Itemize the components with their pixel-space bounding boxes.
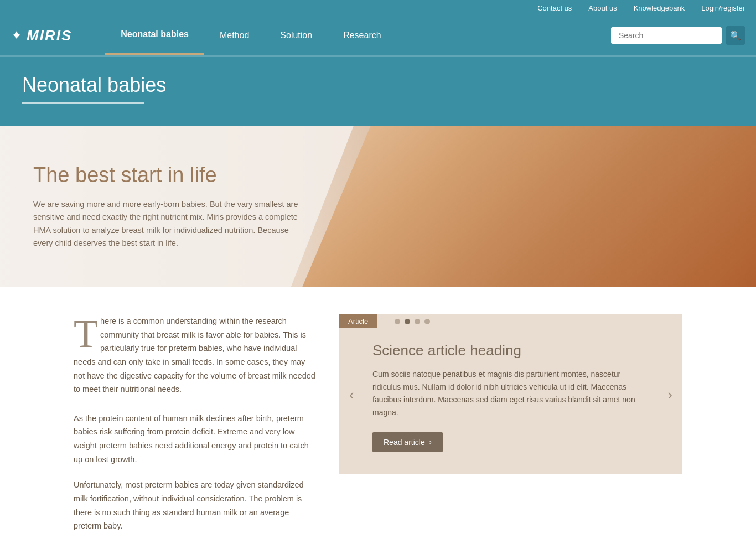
- chevron-right-icon: ›: [429, 438, 432, 446]
- text-column: T here is a common understanding within …: [74, 314, 317, 545]
- article-heading: Science article heading: [372, 342, 649, 359]
- article-card-container: Article ‹ Science article heading Cum so…: [339, 314, 682, 545]
- dot-1[interactable]: [395, 319, 400, 324]
- dot-2[interactable]: [405, 319, 410, 324]
- main-content: T here is a common understanding within …: [74, 287, 682, 549]
- contact-us-link[interactable]: Contact us: [537, 4, 572, 12]
- hero-text: We are saving more and more early-born b…: [33, 198, 299, 250]
- hero-image: [302, 126, 756, 287]
- nav-solution[interactable]: Solution: [265, 15, 328, 55]
- next-button[interactable]: ›: [662, 380, 678, 408]
- hero-section: The best start in life We are saving mor…: [0, 126, 756, 287]
- body-paragraph-3: Unfortunately, most preterm babies are t…: [74, 478, 317, 533]
- hero-title: The best start in life: [33, 163, 299, 187]
- hero-content: The best start in life We are saving mor…: [0, 141, 332, 272]
- logo-icon: ✦: [11, 28, 22, 43]
- search-icon: 🔍: [730, 30, 741, 41]
- article-card: ‹ Science article heading Cum sociis nat…: [339, 314, 682, 474]
- article-body: Cum sociis natoque penatibus et magnis d…: [372, 368, 649, 419]
- search-button[interactable]: 🔍: [726, 26, 745, 45]
- main-nav: ✦ MIRIS Neonatal babies Method Solution …: [0, 15, 756, 57]
- logo[interactable]: ✦ MIRIS: [11, 27, 72, 44]
- read-article-button[interactable]: Read article ›: [372, 432, 443, 452]
- read-article-label: Read article: [384, 438, 425, 447]
- dot-3[interactable]: [415, 319, 420, 324]
- body-paragraph-2: As the protein content of human milk dec…: [74, 412, 317, 467]
- drop-cap-text: here is a common understanding within th…: [74, 317, 315, 393]
- page-title-underline: [22, 102, 144, 104]
- page-title: Neonatal babies: [22, 74, 734, 97]
- nav-neonatal-babies[interactable]: Neonatal babies: [105, 15, 204, 55]
- login-register-link[interactable]: Login/register: [701, 4, 745, 12]
- drop-cap-paragraph: T here is a common understanding within …: [74, 314, 317, 396]
- dot-4[interactable]: [424, 319, 430, 324]
- drop-cap-letter: T: [74, 314, 98, 349]
- prev-button[interactable]: ‹: [344, 380, 360, 408]
- page-header: Neonatal babies: [0, 57, 756, 126]
- nav-links: Neonatal babies Method Solution Research: [105, 15, 611, 55]
- search-input[interactable]: [611, 27, 722, 44]
- search-area: 🔍: [611, 26, 745, 45]
- nav-research[interactable]: Research: [328, 15, 396, 55]
- about-us-link[interactable]: About us: [588, 4, 617, 12]
- knowledgebank-link[interactable]: Knowledgebank: [634, 4, 685, 12]
- top-bar: Contact us About us Knowledgebank Login/…: [0, 0, 756, 15]
- article-dots: [395, 319, 430, 324]
- article-tag: Article: [339, 314, 377, 328]
- logo-text: MIRIS: [27, 27, 72, 44]
- nav-method[interactable]: Method: [204, 15, 265, 55]
